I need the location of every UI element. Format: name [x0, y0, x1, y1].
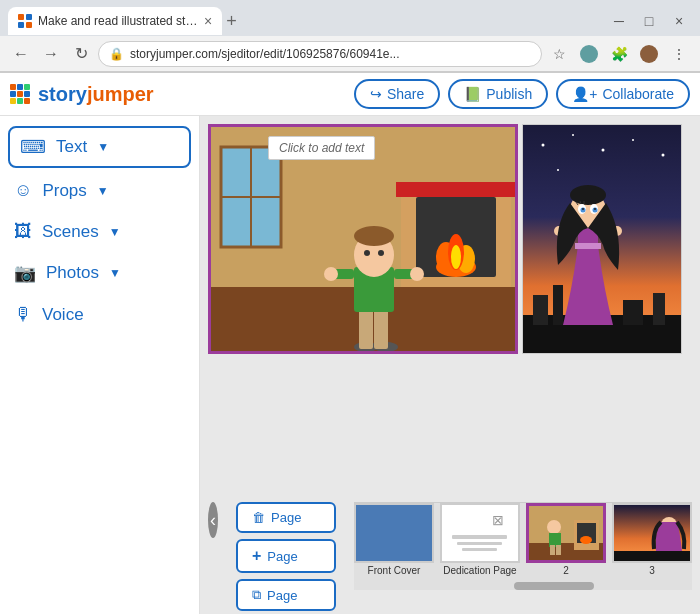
thumbnail-page3[interactable]: 3 — [612, 503, 692, 576]
right-page-preview[interactable] — [522, 124, 682, 354]
thumb-dedication-label: Dedication Page — [443, 565, 516, 576]
share-icon: ↪ — [370, 86, 382, 102]
svg-rect-74 — [549, 533, 561, 547]
app-header: storyjumper ↪ Share 📗 Publish 👤+ Collabo… — [0, 73, 700, 116]
minimize-button[interactable]: ─ — [606, 8, 632, 34]
svg-rect-1 — [26, 14, 32, 20]
browser-chrome: Make and read illustrated story b × + ─ … — [0, 0, 700, 73]
tab-favicon — [18, 14, 32, 28]
url-text: storyjumper.com/sjeditor/edit/106925876/… — [130, 47, 400, 61]
nav-bar: ← → ↻ 🔒 storyjumper.com/sjeditor/edit/10… — [0, 36, 700, 72]
svg-point-30 — [410, 267, 424, 281]
active-tab[interactable]: Make and read illustrated story b × — [8, 7, 222, 35]
svg-point-52 — [570, 185, 606, 205]
add-page-button[interactable]: + Page — [236, 539, 336, 573]
svg-point-34 — [542, 144, 545, 147]
svg-text:⊠: ⊠ — [492, 512, 504, 528]
svg-point-57 — [582, 208, 584, 210]
svg-point-31 — [364, 250, 370, 256]
svg-point-26 — [354, 226, 394, 246]
window-close-button[interactable]: × — [666, 8, 692, 34]
user-avatar[interactable] — [636, 41, 662, 67]
thumb-page3-label: 3 — [649, 565, 655, 576]
svg-rect-0 — [18, 14, 24, 20]
svg-rect-41 — [533, 295, 548, 325]
thumbnail-strip: Front Cover ⊠ — [354, 503, 692, 580]
thumb-page2-label: 2 — [563, 565, 569, 576]
bookmark-button[interactable]: ☆ — [546, 41, 572, 67]
sidebar-item-text[interactable]: ⌨ Text ▼ — [8, 126, 191, 168]
thumb-dedication-img[interactable]: ⊠ — [440, 503, 520, 563]
thumb-page3-img[interactable] — [612, 503, 692, 563]
page-canvas[interactable]: Click to add text — [208, 124, 518, 490]
forward-button[interactable]: → — [38, 41, 64, 67]
menu-button[interactable]: ⋮ — [666, 41, 692, 67]
new-tab-button[interactable]: + — [226, 11, 237, 32]
duplicate-page-button[interactable]: ⧉ Page — [236, 579, 336, 611]
svg-point-39 — [557, 169, 559, 171]
sidebar-label-text: Text — [56, 137, 87, 157]
svg-rect-3 — [26, 22, 32, 28]
plus-icon: + — [252, 547, 261, 565]
thumb-front-cover-label: Front Cover — [368, 565, 421, 576]
svg-rect-23 — [374, 307, 388, 349]
collaborate-button[interactable]: 👤+ Collaborate — [556, 79, 690, 109]
sidebar-label-voice: Voice — [42, 305, 84, 325]
microphone-icon: 🎙 — [14, 304, 32, 325]
smiley-icon: ☺ — [14, 180, 32, 201]
chevron-down-icon-scenes: ▼ — [109, 225, 121, 239]
profile-button[interactable] — [576, 41, 602, 67]
svg-rect-65 — [457, 542, 502, 545]
thumb-page2-img[interactable] — [526, 503, 606, 563]
publish-button[interactable]: 📗 Publish — [448, 79, 548, 109]
svg-point-35 — [572, 134, 574, 136]
sidebar-item-photos[interactable]: 📷 Photos ▼ — [0, 252, 199, 294]
thumbnail-front-cover[interactable]: Front Cover — [354, 503, 434, 576]
reload-button[interactable]: ↻ — [68, 41, 94, 67]
sidebar-item-scenes[interactable]: 🖼 Scenes ▼ — [0, 211, 199, 252]
thumbnail-dedication[interactable]: ⊠ Dedication Page — [440, 503, 520, 576]
thumbnail-page2[interactable]: 2 — [526, 503, 606, 576]
maximize-button[interactable]: □ — [636, 8, 662, 34]
sidebar-item-voice[interactable]: 🎙 Voice — [0, 294, 199, 335]
publish-icon: 📗 — [464, 86, 481, 102]
sidebar-item-props[interactable]: ☺ Props ▼ — [0, 170, 199, 211]
svg-point-5 — [640, 45, 658, 63]
svg-rect-64 — [452, 535, 507, 539]
logo: storyjumper — [10, 83, 154, 106]
collaborate-icon: 👤+ — [572, 86, 597, 102]
svg-point-29 — [324, 267, 338, 281]
scrollbar-thumb[interactable] — [514, 582, 594, 590]
back-button[interactable]: ← — [8, 41, 34, 67]
svg-rect-13 — [396, 182, 516, 197]
svg-rect-2 — [18, 22, 24, 28]
thumbnail-strip-container: Front Cover ⊠ — [354, 502, 692, 590]
main-layout: ⌨ Text ▼ ☺ Props ▼ 🖼 Scenes ▼ 📷 Photos ▼… — [0, 116, 700, 614]
sidebar-label-props: Props — [42, 181, 86, 201]
camera-icon: 📷 — [14, 262, 36, 284]
logo-grid — [10, 84, 30, 104]
tab-close-button[interactable]: × — [204, 13, 212, 29]
page-buttons: 🗑 Page + Page ⧉ Page — [228, 502, 344, 611]
thumb-front-cover-img[interactable] — [354, 503, 434, 563]
share-button[interactable]: ↪ Share — [354, 79, 440, 109]
puzzle-icon[interactable]: 🧩 — [606, 41, 632, 67]
chevron-down-icon: ▼ — [97, 140, 109, 154]
svg-point-58 — [594, 208, 596, 210]
address-bar[interactable]: 🔒 storyjumper.com/sjeditor/edit/10692587… — [98, 41, 542, 67]
app: storyjumper ↪ Share 📗 Publish 👤+ Collabo… — [0, 73, 700, 614]
svg-rect-42 — [553, 285, 563, 325]
right-page-svg — [523, 125, 682, 354]
svg-point-32 — [378, 250, 384, 256]
prev-page-button[interactable]: ‹ — [208, 502, 218, 538]
image-icon: 🖼 — [14, 221, 32, 242]
delete-page-button[interactable]: 🗑 Page — [236, 502, 336, 533]
sidebar-label-photos: Photos — [46, 263, 99, 283]
svg-point-37 — [632, 139, 634, 141]
thumbnail-scrollbar[interactable] — [354, 582, 692, 590]
sidebar-label-scenes: Scenes — [42, 222, 99, 242]
svg-rect-75 — [550, 545, 555, 555]
canvas-text-box[interactable]: Click to add text — [268, 136, 375, 160]
header-buttons: ↪ Share 📗 Publish 👤+ Collaborate — [354, 79, 690, 109]
svg-rect-62 — [356, 505, 432, 561]
